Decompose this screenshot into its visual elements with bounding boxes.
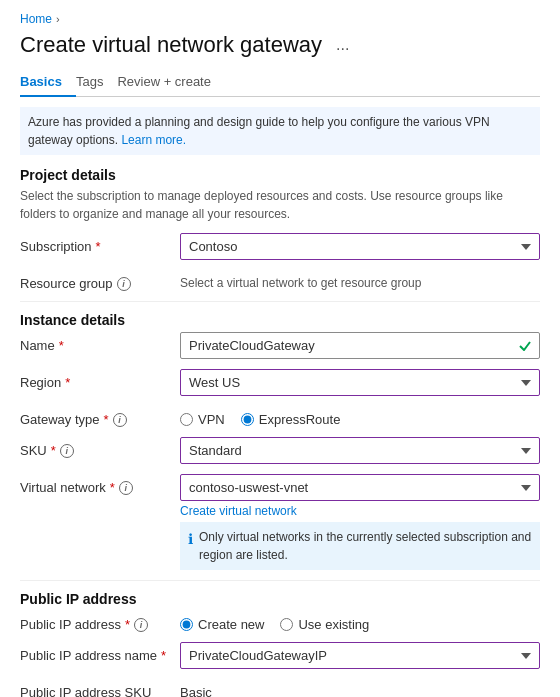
public-ip-title: Public IP address [20,591,540,607]
region-control: West US [180,369,540,396]
gateway-type-control: VPN ExpressRoute [180,406,540,427]
gateway-type-expressroute-radio[interactable] [241,413,254,426]
breadcrumb: Home › [20,12,540,26]
create-new-radio[interactable] [180,618,193,631]
region-required: * [65,375,70,390]
public-ip-name-control: PrivateCloudGatewayIP [180,642,540,669]
use-existing-radio[interactable] [280,618,293,631]
tab-basics[interactable]: Basics [20,68,76,97]
tabs-container: Basics Tags Review + create [20,68,540,97]
resource-group-row: Resource group i Select a virtual networ… [20,270,540,291]
gateway-type-required: * [104,412,109,427]
public-ip-sku-value: Basic [180,679,540,697]
region-row: Region * West US [20,369,540,396]
sku-row: SKU * i Standard [20,437,540,464]
gateway-type-row: Gateway type * i VPN ExpressRoute [20,406,540,427]
info-bar-text: Azure has provided a planning and design… [28,115,490,147]
info-bar: Azure has provided a planning and design… [20,107,540,155]
subscription-control: Contoso [180,233,540,260]
pip-name-required: * [161,648,166,663]
subscription-required: * [96,239,101,254]
subscription-row: Subscription * Contoso [20,233,540,260]
public-ip-info-icon[interactable]: i [134,618,148,632]
sku-select[interactable]: Standard [180,437,540,464]
public-ip-name-label: Public IP address name * [20,642,180,663]
vnet-info-icon[interactable]: i [119,481,133,495]
info-bar-link[interactable]: Learn more. [121,133,186,147]
breadcrumb-home[interactable]: Home [20,12,52,26]
name-input[interactable] [180,332,540,359]
resource-group-helper: Select a virtual network to get resource… [180,270,540,290]
public-ip-sku-control: Basic [180,679,540,697]
resource-group-info-icon[interactable]: i [117,277,131,291]
gateway-type-label: Gateway type * i [20,406,180,427]
virtual-network-select[interactable]: contoso-uswest-vnet [180,474,540,501]
project-details-desc: Select the subscription to manage deploy… [20,187,540,223]
resource-group-label: Resource group i [20,270,180,291]
breadcrumb-separator: › [56,13,60,25]
subscription-label: Subscription * [20,233,180,254]
page-title: Create virtual network gateway [20,32,322,58]
vnet-note: ℹ Only virtual networks in the currently… [180,522,540,570]
vnet-required: * [110,480,115,495]
divider-2 [20,580,540,581]
public-ip-label: Public IP address * i [20,611,180,632]
sku-control: Standard [180,437,540,464]
create-vnet-link[interactable]: Create virtual network [180,504,540,518]
subscription-select[interactable]: Contoso [180,233,540,260]
gateway-type-radio-group: VPN ExpressRoute [180,406,540,427]
virtual-network-label: Virtual network * i [20,474,180,495]
public-ip-control: Create new Use existing [180,611,540,632]
tab-review-create[interactable]: Review + create [117,68,225,97]
region-label: Region * [20,369,180,390]
public-ip-name-row: Public IP address name * PrivateCloudGat… [20,642,540,669]
public-ip-sku-label: Public IP address SKU [20,679,180,697]
gateway-type-info-icon[interactable]: i [113,413,127,427]
gateway-type-vpn-radio[interactable] [180,413,193,426]
divider-1 [20,301,540,302]
tab-tags[interactable]: Tags [76,68,117,97]
create-new-option[interactable]: Create new [180,617,264,632]
sku-label: SKU * i [20,437,180,458]
sku-required: * [51,443,56,458]
resource-group-control: Select a virtual network to get resource… [180,270,540,290]
public-ip-sku-row: Public IP address SKU Basic [20,679,540,697]
name-required: * [59,338,64,353]
name-label: Name * [20,332,180,353]
ellipsis-button[interactable]: ... [332,36,353,54]
name-row: Name * [20,332,540,359]
public-ip-radio-group: Create new Use existing [180,611,540,632]
instance-details-title: Instance details [20,312,540,328]
public-ip-row: Public IP address * i Create new Use exi… [20,611,540,632]
use-existing-option[interactable]: Use existing [280,617,369,632]
gateway-type-expressroute-option[interactable]: ExpressRoute [241,412,341,427]
virtual-network-control: contoso-uswest-vnet Create virtual netwo… [180,474,540,570]
sku-info-icon[interactable]: i [60,444,74,458]
public-ip-name-select[interactable]: PrivateCloudGatewayIP [180,642,540,669]
note-icon: ℹ [188,529,193,550]
project-details-title: Project details [20,167,540,183]
region-select[interactable]: West US [180,369,540,396]
name-control [180,332,540,359]
gateway-type-vpn-option[interactable]: VPN [180,412,225,427]
virtual-network-row: Virtual network * i contoso-uswest-vnet … [20,474,540,570]
public-ip-required: * [125,617,130,632]
